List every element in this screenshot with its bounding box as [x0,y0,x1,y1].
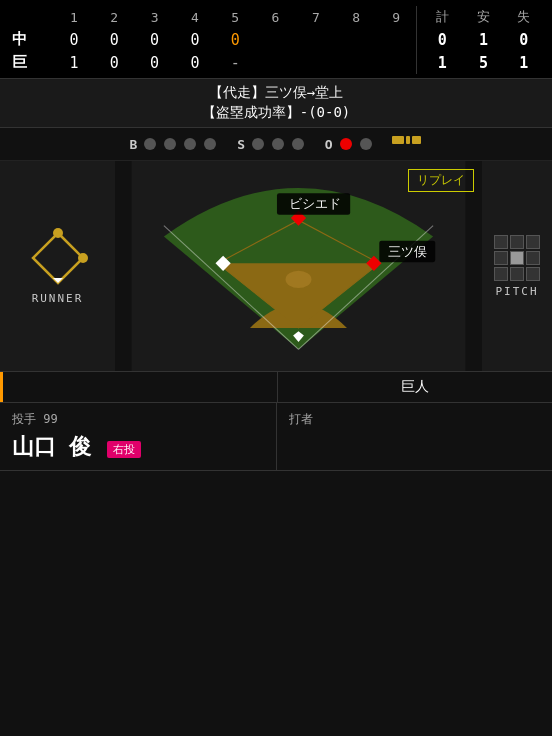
chu-inn-1: 0 [54,28,94,51]
pitcher-cell: 投手 99 山口 俊 右投 [0,403,277,470]
inning-1-header: 1 [54,6,94,28]
summary-hits-header: 安 [463,6,503,28]
pitch-cell-3 [526,235,540,249]
pitcher-role: 投手 99 [12,411,264,428]
chu-inn-6 [255,28,295,51]
svg-rect-1 [406,136,410,144]
pitch-cell-7 [494,267,508,281]
kyo-inn-2: 0 [94,51,134,74]
pitch-logo-area [392,134,422,154]
pitch-sidebar: PITCH [482,161,552,371]
kyo-inn-5: - [215,51,255,74]
pitch-cell-2 [510,235,524,249]
strike-label: S [237,137,245,152]
chu-inn-5: 0 [215,28,255,51]
bottom-area [0,471,552,671]
inning-2-header: 2 [94,6,134,28]
out-dot-2 [360,138,372,150]
chu-inn-2: 0 [94,28,134,51]
chu-inn-7 [296,28,336,51]
kyo-inn-7 [296,51,336,74]
chu-errors: 0 [504,28,544,51]
field-container: リプレイ [115,161,482,371]
runner-diamond-icon [28,228,88,288]
team-left-cell [0,372,278,402]
team-kyo-name: 巨 [8,51,54,74]
ball-dot-4 [204,138,216,150]
svg-point-5 [78,253,88,263]
kyo-inn-8 [336,51,376,74]
announce-bar: 【代走】三ツ俣→堂上 【盗塁成功率】-(0-0) [0,79,552,128]
inning-9-header: 9 [376,6,416,28]
pitcher-badge: 右投 [107,441,141,458]
kyo-inn-6 [255,51,295,74]
pitch-cell-4 [494,251,508,265]
score-table: 1 2 3 4 5 6 7 8 9 計 安 失 中 0 0 0 0 [8,6,544,74]
chu-inn-3: 0 [134,28,174,51]
chu-inn-9 [376,28,416,51]
strike-dot-1 [252,138,264,150]
pitch-cell-8 [510,267,524,281]
kyo-inn-4: 0 [175,51,215,74]
announce-line1: 【代走】三ツ俣→堂上 [0,83,552,103]
pitch-logo-icon [392,134,422,154]
team-chu-row: 中 0 0 0 0 0 0 1 0 [8,28,544,51]
count-bar: B S O [0,128,552,161]
runner-sidebar: RUNNER [0,161,115,371]
team-info-bar: 巨人 [0,372,552,403]
pitch-cell-6 [526,251,540,265]
runner-icon [28,228,88,288]
pitch-cell-1 [494,235,508,249]
kyo-inn-9 [376,51,416,74]
player-info: 投手 99 山口 俊 右投 打者 [0,403,552,471]
svg-point-4 [53,228,63,238]
chu-runs: 0 [417,28,464,51]
chu-inn-8 [336,28,376,51]
summary-errors-header: 失 [504,6,544,28]
pitcher-name-area: 山口 俊 右投 [12,432,264,462]
kyo-inn-3: 0 [134,51,174,74]
ball-label: B [130,137,138,152]
kyo-hits: 5 [463,51,503,74]
ball-dot-2 [164,138,176,150]
inning-7-header: 7 [296,6,336,28]
pitch-cell-9 [526,267,540,281]
ball-dot-1 [144,138,156,150]
ball-dot-3 [184,138,196,150]
field-svg: ビシエド 三ツ俣 [115,161,482,371]
inning-5-header: 5 [215,6,255,28]
team-kyo-row: 巨 1 0 0 0 - 1 5 1 [8,51,544,74]
inning-4-header: 4 [175,6,215,28]
out-dot-1 [340,138,352,150]
pitcher-name: 山口 俊 [12,434,91,459]
strike-dot-2 [272,138,284,150]
strike-dot-3 [292,138,304,150]
runner-label: RUNNER [32,292,84,305]
chu-hits: 1 [463,28,503,51]
pitch-label: PITCH [495,285,538,298]
svg-point-10 [286,271,312,288]
inning-3-header: 3 [134,6,174,28]
scoreboard: 1 2 3 4 5 6 7 8 9 計 安 失 中 0 0 0 0 [0,0,552,79]
batter-cell: 打者 [277,403,553,470]
summary-runs-header: 計 [417,6,464,28]
kyo-runs: 1 [417,51,464,74]
pitch-grid [494,235,540,281]
team-right-cell: 巨人 [278,372,552,402]
svg-rect-2 [412,136,421,144]
kyo-inn-1: 1 [54,51,94,74]
team-chu-name: 中 [8,28,54,51]
kyo-errors: 1 [504,51,544,74]
svg-rect-0 [392,136,404,144]
chu-inn-4: 0 [175,28,215,51]
main-section: RUNNER リプレイ [0,161,552,372]
replay-button[interactable]: リプレイ [408,169,474,192]
pitch-cell-5 [510,251,524,265]
out-label: O [325,137,333,152]
svg-text:三ツ俣: 三ツ俣 [388,244,427,259]
batter-role: 打者 [289,411,541,428]
svg-marker-3 [33,233,83,283]
inning-6-header: 6 [255,6,295,28]
inning-8-header: 8 [336,6,376,28]
svg-text:ビシエド: ビシエド [289,196,341,211]
